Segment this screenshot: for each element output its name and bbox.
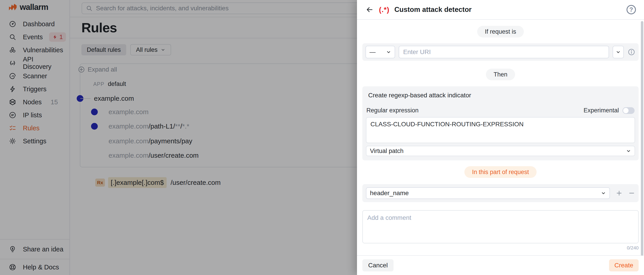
regex-label-row: Regular expression Experimental xyxy=(366,107,634,114)
toggle-knob xyxy=(623,108,628,113)
in-this-part-of-request-pill: In this part of request xyxy=(464,166,536,178)
help-icon[interactable]: ? xyxy=(626,5,636,14)
attack-type-select[interactable]: Virtual patch xyxy=(366,146,635,156)
action-card: Create regexp-based attack indicator Reg… xyxy=(362,86,638,160)
regex-textarea[interactable]: CLASS-CLOUD-FUNCTION-ROUTING-EXPRESSION xyxy=(366,117,635,143)
create-button[interactable]: Create xyxy=(609,259,638,272)
condition-row: — xyxy=(362,43,638,61)
request-point-value: header_name xyxy=(370,190,409,197)
experimental-label: Experimental xyxy=(584,107,619,114)
remove-point-button[interactable] xyxy=(628,190,635,196)
uri-input[interactable] xyxy=(399,46,609,58)
experimental-toggle[interactable] xyxy=(622,107,634,114)
condition-operator-select[interactable]: — xyxy=(366,46,395,58)
comment-char-counter: 0/240 xyxy=(627,245,638,250)
app-root: wallarm DashboardEvents1VulnerabilitiesA… xyxy=(0,0,644,275)
panel-body: If request is — Then Create regexp-based… xyxy=(357,20,644,255)
cancel-button[interactable]: Cancel xyxy=(362,259,394,272)
custom-attack-detector-panel: (.*) Custom attack detector ? If request… xyxy=(357,0,644,275)
action-heading: Create regexp-based attack indicator xyxy=(368,92,635,99)
regular-expression-label: Regular expression xyxy=(366,107,419,114)
request-point-row: header_name xyxy=(362,184,638,202)
experimental-wrap: Experimental xyxy=(584,107,634,114)
uri-options-button[interactable] xyxy=(612,46,624,58)
panel-header: (.*) Custom attack detector ? xyxy=(357,0,644,20)
condition-operator-value: — xyxy=(370,49,376,56)
panel-footer: Cancel Create xyxy=(357,255,644,275)
add-point-button[interactable] xyxy=(616,190,622,196)
modal-dim-overlay[interactable] xyxy=(0,0,357,275)
comment-textarea[interactable] xyxy=(362,210,638,243)
then-pill: Then xyxy=(486,69,515,80)
back-arrow-icon[interactable] xyxy=(365,5,374,14)
if-request-is-pill: If request is xyxy=(477,26,524,38)
request-point-select[interactable]: header_name xyxy=(366,187,610,199)
panel-title: Custom attack detector xyxy=(394,6,472,14)
info-icon[interactable] xyxy=(628,48,636,56)
attack-type-value: Virtual patch xyxy=(370,148,404,154)
panel-scrollbar-thumb[interactable] xyxy=(641,21,643,256)
regex-badge-prefix: (.*) xyxy=(379,6,390,14)
